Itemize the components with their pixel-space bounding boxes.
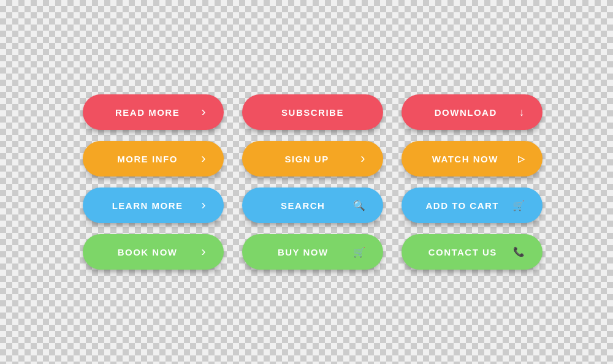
contact-us-button[interactable]: CONTACT US 📞 — [402, 234, 543, 270]
button-label: SUBSCRIBE — [259, 107, 366, 118]
download-button[interactable]: DOWNLOAD ↓ — [402, 94, 543, 130]
button-label: LEARN MORE — [100, 200, 195, 211]
button-label: CONTACT US — [419, 247, 507, 257]
button-icon: 🔍 — [353, 200, 367, 211]
button-label: MORE INFO — [100, 154, 195, 164]
watch-now-button[interactable]: WATCH NOW ▷ — [402, 141, 543, 176]
button-label: DOWNLOAD — [419, 107, 513, 118]
button-grid: READ MORE › SUBSCRIBE DOWNLOAD ↓ MORE IN… — [58, 70, 567, 294]
button-icon: 🛒 — [512, 200, 526, 211]
button-icon: › — [201, 199, 207, 212]
button-label: BUY NOW — [259, 247, 347, 257]
add-to-cart-button[interactable]: ADD TO CART 🛒 — [402, 188, 543, 223]
read-more-button[interactable]: READ MORE › — [83, 94, 224, 130]
learn-more-button[interactable]: LEARN MORE › — [83, 188, 224, 223]
button-icon: › — [201, 152, 207, 165]
book-now-button[interactable]: BOOK NOW › — [83, 234, 224, 270]
button-icon: ▷ — [518, 154, 526, 164]
subscribe-button[interactable]: SUBSCRIBE — [242, 94, 383, 130]
button-label: BOOK NOW — [100, 247, 195, 257]
button-icon: 🛒 — [353, 246, 367, 258]
button-label: SEARCH — [259, 200, 347, 211]
button-icon: ↓ — [519, 106, 526, 119]
button-label: READ MORE — [100, 107, 195, 118]
button-icon: › — [360, 152, 366, 165]
button-label: SIGN UP — [259, 154, 354, 164]
search-button[interactable]: SEARCH 🔍 — [242, 188, 383, 223]
button-icon: › — [201, 105, 207, 119]
more-info-button[interactable]: MORE INFO › — [83, 141, 224, 176]
button-icon: 📞 — [513, 246, 526, 257]
button-icon: › — [201, 245, 207, 259]
button-label: WATCH NOW — [419, 154, 512, 164]
button-label: ADD TO CART — [419, 200, 506, 211]
sign-up-button[interactable]: SIGN UP › — [242, 141, 383, 176]
buy-now-button[interactable]: BUY NOW 🛒 — [242, 234, 383, 270]
